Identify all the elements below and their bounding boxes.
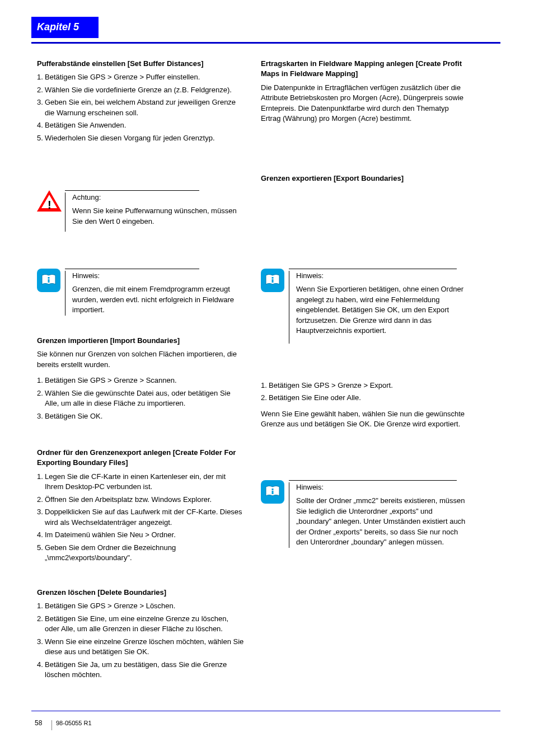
note-callout-import: Hinweis: Grenzen, die mit einem Fremdpro… [37, 269, 244, 316]
list-item: 5.Geben Sie dem Ordner die Bezeichnung „… [37, 543, 244, 564]
list-export: 1.Betätigen Sie GPS > Grenze > Export. 2… [261, 381, 468, 403]
list-item: 5.Wiederholen Sie diesen Vorgang für jed… [37, 133, 244, 143]
svg-rect-5 [272, 491, 274, 494]
footer-rule [31, 711, 500, 711]
header-rule [31, 42, 500, 44]
warning-callout: ! Achtung: Wenn Sie keine Pufferwarnung … [37, 190, 244, 232]
list-item: 2.Betätigen Sie Eine, um eine einzelne G… [37, 614, 244, 635]
section-title-import: Grenzen importieren [Import Boundaries] [37, 336, 244, 346]
list-item: 1.Betätigen Sie GPS > Grenze > Puffer ei… [37, 72, 244, 82]
page-number: 58 [35, 719, 42, 728]
list-item: 2.Betätigen Sie Eine oder Alle. [261, 393, 468, 403]
list-item: 1.Betätigen Sie GPS > Grenze > Scannen. [37, 375, 244, 386]
list-item: 4.Betätigen Sie Anwenden. [37, 120, 244, 130]
list-item: 3.Wenn Sie eine einzelne Grenze löschen … [37, 637, 244, 658]
warning-triangle-icon: ! [37, 190, 62, 215]
list-import: 1.Betätigen Sie GPS > Grenze > Scannen. … [37, 375, 244, 421]
note-body: Wenn Sie Exportieren betätigen, ohne ein… [296, 284, 468, 336]
note-heading: Hinweis: [296, 271, 468, 281]
chapter-badge: Kapitel 5 [31, 17, 99, 38]
warning-heading: Achtung: [72, 192, 244, 203]
list-item: 2.Öffnen Sie den Arbeitsplatz bzw. Windo… [37, 495, 244, 505]
note-body: Sollte der Ordner „mmc2" bereits existie… [296, 496, 468, 547]
svg-rect-4 [272, 489, 274, 490]
section-title-profitmaps: Ertragskarten in Fieldware Mapping anleg… [261, 59, 468, 79]
svg-rect-1 [48, 279, 50, 283]
svg-rect-0 [48, 277, 50, 279]
list-item: 1.Betätigen Sie GPS > Grenze > Löschen. [37, 601, 244, 611]
footer-separator [51, 720, 52, 730]
section-title-set-buffers: Pufferabstände einstellen [Set Buffer Di… [37, 59, 244, 69]
section-title-delete: Grenzen löschen [Delete Boundaries] [37, 588, 244, 598]
note-callout-folder: Hinweis: Sollte der Ordner „mmc2" bereit… [261, 480, 468, 548]
list-item: 3.Geben Sie ein, bei welchem Abstand zur… [37, 97, 244, 118]
chapter-label: Kapitel 5 [37, 20, 79, 35]
list-item: 3.Betätigen Sie OK. [37, 411, 244, 421]
note-heading: Hinweis: [296, 482, 468, 492]
list-create-folder: 1.Legen Sie die CF-Karte in einen Karten… [37, 472, 244, 564]
book-info-icon [261, 480, 285, 505]
list-item: 4.Im Dateimenü wählen Sie Neu > Ordner. [37, 530, 244, 540]
list-set-buffers: 1.Betätigen Sie GPS > Grenze > Puffer ei… [37, 72, 244, 143]
note-callout-export: Hinweis: Wenn Sie Exportieren betätigen,… [261, 269, 468, 344]
note-heading: Hinweis: [72, 271, 244, 281]
list-item: 1.Legen Sie die CF-Karte in einen Karten… [37, 472, 244, 492]
note-body: Grenzen, die mit einem Fremdprogramm erz… [72, 284, 244, 315]
import-intro: Sie können nur Grenzen von solchen Fläch… [37, 349, 244, 370]
svg-rect-2 [272, 277, 274, 279]
list-item: 3.Doppelklicken Sie auf das Laufwerk mit… [37, 507, 244, 528]
list-item: 2.Wählen Sie die gewünschte Datei aus, o… [37, 388, 244, 409]
list-item: 2.Wählen Sie die vordefinierte Grenze an… [37, 85, 244, 95]
export-post: Wenn Sie Eine gewählt haben, wählen Sie … [261, 409, 468, 430]
list-delete: 1.Betätigen Sie GPS > Grenze > Löschen. … [37, 601, 244, 680]
book-info-icon [37, 269, 62, 293]
warning-body: Wenn Sie keine Pufferwarnung wünschen, m… [72, 206, 244, 227]
section-title-create-folder: Ordner für den Grenzenexport anlegen [Cr… [37, 448, 244, 468]
section-title-export: Grenzen exportieren [Export Boundaries] [261, 173, 468, 184]
footer-doc-id: 98-05055 R1 [56, 719, 92, 728]
svg-rect-3 [272, 279, 274, 283]
book-info-icon [261, 269, 285, 293]
list-item: 4.Betätigen Sie Ja, um zu bestätigen, da… [37, 660, 244, 680]
profitmaps-intro: Die Datenpunkte in Ertragflächen verfüge… [261, 83, 468, 124]
list-item: 1.Betätigen Sie GPS > Grenze > Export. [261, 381, 468, 391]
